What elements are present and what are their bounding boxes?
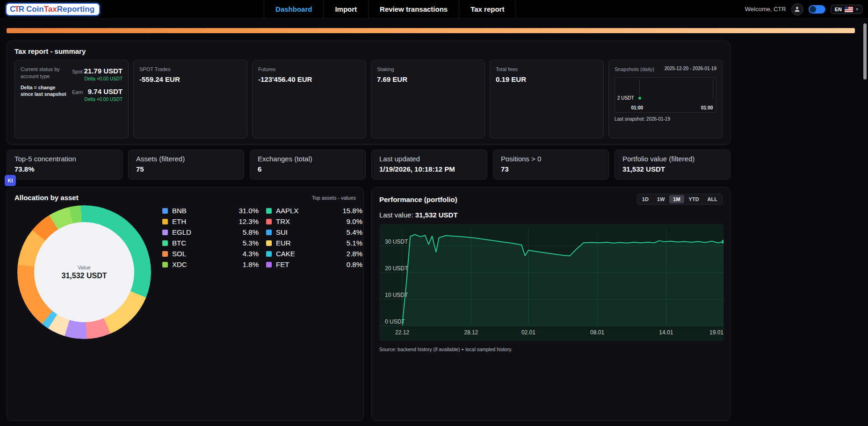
performance-panel: Performance (portfolio) 1D 1W 1M YTD ALL… <box>371 187 731 421</box>
range-selector: 1D 1W 1M YTD ALL <box>637 194 723 205</box>
performance-title: Performance (portfolio) <box>379 195 457 203</box>
ki-assistant-button[interactable]: KI <box>5 175 16 186</box>
welcome-text: Welcome, CTR <box>745 6 786 13</box>
legend-item-xdc[interactable]: XDC1.8% <box>162 259 259 270</box>
account-status-card: Current status by account type Delta = c… <box>14 60 129 138</box>
svg-text:14.01: 14.01 <box>659 329 673 336</box>
svg-text:19.01: 19.01 <box>709 329 723 336</box>
mini-chart-x-right: 01:00 <box>701 105 713 110</box>
user-avatar[interactable] <box>791 3 803 15</box>
scrollbar-thumb[interactable] <box>863 23 867 79</box>
nav-import[interactable]: Import <box>323 0 368 19</box>
performance-chart[interactable]: 0 USDT10 USDT20 USDT30 USDT22.1228.1202.… <box>379 224 723 341</box>
svg-text:22.12: 22.12 <box>395 329 409 336</box>
page-content: Tax report - summary Current status by a… <box>7 28 861 421</box>
mini-chart-x-left: 01:00 <box>631 105 644 110</box>
brand-name: CoinTaxReporting <box>26 5 94 14</box>
range-all-button[interactable]: ALL <box>704 195 721 203</box>
legend-swatch <box>266 262 272 267</box>
summary-title: Tax report - summary <box>14 47 723 55</box>
header-right: Welcome, CTR EN ▾ <box>745 3 862 15</box>
legend-swatch <box>162 219 168 224</box>
mini-chart-gridline <box>639 79 640 98</box>
legend-swatch <box>266 240 272 246</box>
allocation-panel: Allocation by asset Top assets - values … <box>7 187 364 421</box>
spot-value: 21.79 USDT <box>84 67 123 75</box>
mini-chart-point-label: 2 USDT <box>617 95 634 101</box>
account-row-spot: Spot 21.79 USDTDelta +0.00 USDT <box>72 67 123 81</box>
summary-cards: Current status by account type Delta = c… <box>14 60 723 138</box>
legend-item-egld[interactable]: EGLD5.8% <box>162 227 259 238</box>
app-logo[interactable]: CTR CoinTaxReporting <box>6 3 100 16</box>
allocation-legend: BNB31.0% ETH12.3% EGLD5.8% BTC5.3% SOL4.… <box>162 205 362 339</box>
logo-monogram: CTR <box>10 5 23 14</box>
svg-text:28.12: 28.12 <box>464 329 478 336</box>
accent-bar <box>7 28 855 33</box>
snapshots-range: 2025-12-20 - 2026-01-19 <box>665 66 716 71</box>
legend-item-aaplx[interactable]: AAPLX15.8% <box>266 205 362 216</box>
mini-chart-point <box>638 97 641 100</box>
legend-item-sui[interactable]: SUI5.4% <box>266 227 362 238</box>
range-1d-button[interactable]: 1D <box>638 195 652 203</box>
snapshots-card: Snapshots (daily) 2025-12-20 - 2026-01-1… <box>608 60 723 138</box>
theme-toggle[interactable] <box>809 5 825 14</box>
range-1m-button[interactable]: 1M <box>669 195 684 203</box>
legend-item-eth[interactable]: ETH12.3% <box>162 216 259 227</box>
donut-center: Value 31,532 USDT <box>34 222 134 322</box>
last-snapshot-text: Last snapshot: 2026-01-19 <box>615 116 716 122</box>
earn-delta: Delta +0.00 USDT <box>85 97 123 102</box>
staking-card: Staking 7.69 EUR <box>371 60 485 138</box>
account-card-subtitle: Delta = change since last snapshot <box>21 84 67 97</box>
stat-last-updated-card: Last updated 1/19/2026, 10:18:12 PM <box>371 150 487 180</box>
spot-trades-card: SPOT Trades -559.24 EUR <box>133 60 247 138</box>
donut-center-label: Value <box>78 265 90 270</box>
legend-item-bnb[interactable]: BNB31.0% <box>162 205 259 216</box>
svg-text:20 USDT: 20 USDT <box>385 265 408 272</box>
nav-review-transactions[interactable]: Review transactions <box>368 0 459 19</box>
snapshots-mini-chart[interactable]: 2 USDT 01:00 01:00 <box>615 77 716 113</box>
legend-swatch <box>266 230 272 235</box>
stats-row: Top-5 concentration 73.8% Assets (filter… <box>7 150 731 180</box>
legend-item-eur[interactable]: EUR5.1% <box>266 238 362 248</box>
nav-tax-report[interactable]: Tax report <box>459 0 516 19</box>
nav-dashboard[interactable]: Dashboard <box>264 0 323 19</box>
legend-swatch <box>162 262 168 267</box>
stat-top5-concentration-card: Top-5 concentration 73.8% <box>7 150 123 180</box>
range-ytd-button[interactable]: YTD <box>685 195 703 203</box>
language-selector[interactable]: EN ▾ <box>831 5 862 14</box>
language-code: EN <box>835 7 842 12</box>
spot-delta: Delta +0.00 USDT <box>85 76 123 81</box>
legend-swatch <box>162 230 168 235</box>
total-fees-card: Total fees 0.19 EUR <box>490 60 604 138</box>
bottom-row: Allocation by asset Top assets - values … <box>7 187 861 421</box>
stat-portfolio-value-card: Portfolio value (filtered) 31,532 USDT <box>615 150 731 180</box>
legend-item-fet[interactable]: FET0.8% <box>266 259 362 270</box>
svg-text:08.01: 08.01 <box>590 329 604 336</box>
legend-swatch <box>162 208 168 214</box>
legend-swatch <box>162 240 168 246</box>
performance-line-chart: 0 USDT10 USDT20 USDT30 USDT22.1228.1202.… <box>379 224 723 341</box>
person-icon <box>794 6 801 13</box>
snapshots-title: Snapshots (daily) <box>615 66 654 73</box>
futures-card: Futures -123'456.40 EUR <box>252 60 366 138</box>
chart-source-note: Source: backend history (if available) +… <box>379 347 723 352</box>
legend-swatch <box>266 251 272 257</box>
allocation-note: Top assets - values <box>312 195 356 201</box>
legend-swatch <box>266 208 272 214</box>
legend-item-sol[interactable]: SOL4.3% <box>162 248 259 259</box>
chevron-down-icon: ▾ <box>856 7 858 12</box>
main-nav: Dashboard Import Review transactions Tax… <box>264 0 516 19</box>
last-value: Last value: 31,532 USDT <box>379 211 723 219</box>
range-1w-button[interactable]: 1W <box>653 195 669 203</box>
account-card-title: Current status by account type <box>21 66 67 80</box>
legend-item-btc[interactable]: BTC5.3% <box>162 238 259 248</box>
legend-item-trx[interactable]: TRX9.0% <box>266 216 362 227</box>
legend-swatch <box>266 219 272 224</box>
account-row-earn: Earn 9.74 USDTDelta +0.00 USDT <box>72 87 123 102</box>
toggle-knob <box>810 6 816 13</box>
stat-exchanges-total-card: Exchanges (total) 6 <box>250 150 366 180</box>
mini-chart-gridline <box>713 79 713 98</box>
stat-assets-filtered-card: Assets (filtered) 75 <box>128 150 244 180</box>
legend-item-cake[interactable]: CAKE2.8% <box>266 248 362 259</box>
legend-swatch <box>162 251 168 257</box>
